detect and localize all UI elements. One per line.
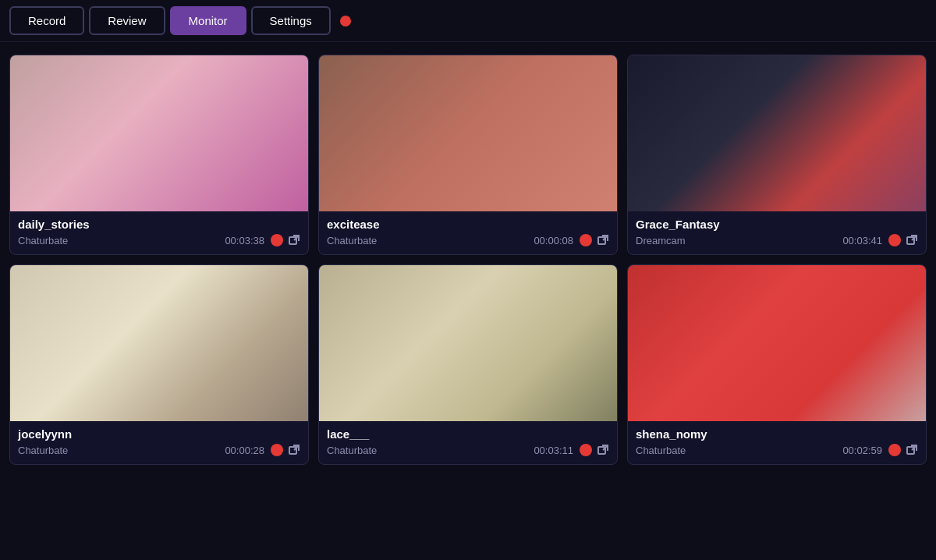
card-info-shena_nomy: shena_nomy Chaturbate 00:02:59 <box>628 421 926 464</box>
record-button-shena_nomy[interactable] <box>888 444 901 456</box>
card-actions-excitease <box>580 234 609 246</box>
card-meta-lace: Chaturbate 00:03:11 <box>327 444 609 456</box>
card-info-jocelyynn: jocelyynn Chaturbate 00:00:28 <box>10 421 308 464</box>
record-button-excitease[interactable] <box>580 234 592 246</box>
record-button-grace_fantasy[interactable] <box>888 234 901 246</box>
card-name-lace: lace___ <box>327 427 609 441</box>
external-link-icon-shena_nomy[interactable] <box>906 444 918 456</box>
card-shena_nomy[interactable]: shena_nomy Chaturbate 00:02:59 <box>627 264 927 465</box>
card-info-grace_fantasy: Grace_Fantasy Dreamcam 00:03:41 <box>628 211 926 254</box>
status-dot <box>340 16 351 27</box>
card-thumbnail-excitease <box>319 55 617 211</box>
card-duration-shena_nomy: 00:02:59 <box>842 445 882 456</box>
card-info-lace: lace___ Chaturbate 00:03:11 <box>319 421 617 464</box>
card-meta-jocelyynn: Chaturbate 00:00:28 <box>18 444 300 456</box>
card-thumbnail-lace <box>319 265 617 421</box>
nav-bar: RecordReviewMonitorSettings <box>0 0 936 42</box>
nav-tab-record[interactable]: Record <box>9 6 84 35</box>
card-info-daily_stories: daily_stories Chaturbate 00:03:38 <box>10 211 308 254</box>
card-platform-jocelyynn: Chaturbate <box>18 445 218 456</box>
card-excitease[interactable]: excitease Chaturbate 00:00:08 <box>318 55 618 255</box>
card-daily_stories[interactable]: daily_stories Chaturbate 00:03:38 <box>9 55 309 255</box>
card-platform-grace_fantasy: Dreamcam <box>636 235 836 246</box>
card-actions-jocelyynn <box>271 444 300 456</box>
card-actions-daily_stories <box>271 234 300 246</box>
card-duration-jocelyynn: 00:00:28 <box>225 445 264 456</box>
card-lace[interactable]: lace___ Chaturbate 00:03:11 <box>318 264 618 465</box>
nav-tab-review[interactable]: Review <box>89 6 165 35</box>
card-info-excitease: excitease Chaturbate 00:00:08 <box>319 211 617 254</box>
card-name-jocelyynn: jocelyynn <box>18 427 300 441</box>
card-actions-lace <box>580 444 609 456</box>
card-meta-shena_nomy: Chaturbate 00:02:59 <box>636 444 918 456</box>
card-platform-daily_stories: Chaturbate <box>18 235 218 246</box>
external-link-icon-daily_stories[interactable] <box>288 234 300 246</box>
nav-tab-settings[interactable]: Settings <box>251 6 331 35</box>
external-link-icon-jocelyynn[interactable] <box>288 444 300 456</box>
card-thumbnail-grace_fantasy <box>628 55 926 211</box>
record-button-daily_stories[interactable] <box>271 234 283 246</box>
card-thumbnail-daily_stories <box>10 55 308 211</box>
external-link-icon-excitease[interactable] <box>597 234 609 246</box>
card-platform-shena_nomy: Chaturbate <box>636 445 836 456</box>
record-button-lace[interactable] <box>580 444 592 456</box>
main-grid: daily_stories Chaturbate 00:03:38 <box>0 42 936 477</box>
card-grace_fantasy[interactable]: Grace_Fantasy Dreamcam 00:03:41 <box>627 55 927 255</box>
nav-tab-monitor[interactable]: Monitor <box>170 6 246 35</box>
card-duration-excitease: 00:00:08 <box>534 235 573 246</box>
external-link-icon-grace_fantasy[interactable] <box>906 234 918 246</box>
card-meta-grace_fantasy: Dreamcam 00:03:41 <box>636 234 918 246</box>
card-actions-grace_fantasy <box>888 234 918 246</box>
card-meta-excitease: Chaturbate 00:00:08 <box>327 234 609 246</box>
card-platform-lace: Chaturbate <box>327 445 527 456</box>
card-thumbnail-jocelyynn <box>10 265 308 421</box>
card-duration-daily_stories: 00:03:38 <box>225 235 264 246</box>
card-platform-excitease: Chaturbate <box>327 235 527 246</box>
card-name-excitease: excitease <box>327 218 609 231</box>
card-name-grace_fantasy: Grace_Fantasy <box>636 218 918 231</box>
card-duration-grace_fantasy: 00:03:41 <box>842 235 882 246</box>
external-link-icon-lace[interactable] <box>597 444 609 456</box>
card-actions-shena_nomy <box>888 444 918 456</box>
card-thumbnail-shena_nomy <box>628 265 926 421</box>
card-name-shena_nomy: shena_nomy <box>636 427 918 441</box>
record-button-jocelyynn[interactable] <box>271 444 283 456</box>
card-duration-lace: 00:03:11 <box>534 445 573 456</box>
card-jocelyynn[interactable]: jocelyynn Chaturbate 00:00:28 <box>9 264 309 465</box>
card-meta-daily_stories: Chaturbate 00:03:38 <box>18 234 300 246</box>
card-name-daily_stories: daily_stories <box>18 218 300 231</box>
